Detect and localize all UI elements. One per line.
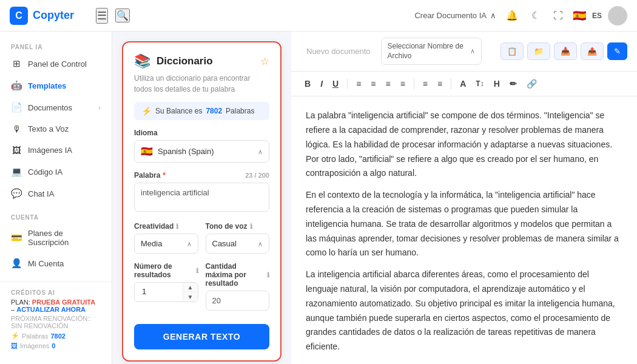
creatividad-info-icon[interactable]: ℹ (176, 223, 178, 231)
editor-action-btn-5[interactable]: ✎ (607, 42, 627, 60)
format-align-center[interactable]: ≡ (367, 76, 379, 91)
sidebar: PANEL IA ⊞ Panel de Control 🤖 Templates … (0, 32, 112, 364)
num-resultados-label: Número de resultados (134, 262, 194, 279)
tono-select[interactable]: Casual ∧ (206, 234, 270, 254)
file-name-label: Seleccionar Nombre de Archivo (388, 42, 467, 61)
editor-action-btn-4[interactable]: 📤 (581, 42, 604, 60)
idioma-group: Idioma 🇪🇸 Spanish (Spain) ∧ (134, 129, 269, 163)
num-resultados-down[interactable]: ▼ (183, 292, 198, 302)
format-list-unordered[interactable]: ≡ (434, 76, 446, 91)
editor-content-area[interactable]: La palabra "inteligencia artificial" se … (291, 96, 637, 364)
tono-label-row: Tono de voz ℹ (206, 222, 270, 231)
sidebar-item-codigo-ia[interactable]: 💻 Código IA (0, 161, 112, 183)
tono-info-icon[interactable]: ℹ (250, 223, 252, 231)
dark-mode-button[interactable]: ☾ (528, 7, 544, 24)
card-title: Diccionario (157, 55, 254, 67)
format-heading[interactable]: H (490, 76, 504, 91)
idioma-select[interactable]: 🇪🇸 Spanish (Spain) ∧ (134, 140, 269, 163)
hamburger-menu-button[interactable]: ☰ (96, 8, 108, 24)
generate-button[interactable]: GENERAR TEXTO (134, 324, 269, 349)
format-italic[interactable]: I (317, 76, 326, 91)
balance-unit: Palabras (226, 107, 254, 115)
format-justify[interactable]: ≡ (397, 76, 409, 91)
user-avatar[interactable] (608, 6, 627, 25)
cantidad-group: Cantidad máxima por resultado ℹ (206, 262, 270, 311)
balance-bar: ⚡ Su Balance es 7802 Palabras (134, 102, 269, 120)
palabras-icon: ⚡ (11, 332, 19, 340)
document-name[interactable]: Nuevo documento (301, 43, 376, 59)
cuenta-section-label: CUENTA (0, 209, 112, 223)
search-button[interactable]: 🔍 (115, 8, 130, 22)
plan-free-link[interactable]: PRUEBA GRATUITA (32, 298, 95, 306)
card-star-button[interactable]: ☆ (260, 55, 269, 68)
creatividad-label-row: Creatividad ℹ (134, 222, 198, 231)
editor-paragraph-4: En resumen, la inteligencia artificial e… (306, 362, 622, 364)
num-resultados-arrows: ▲ ▼ (183, 283, 198, 302)
format-link[interactable]: 🔗 (523, 76, 541, 91)
editor-action-btn-2[interactable]: 📁 (527, 42, 550, 60)
sidebar-item-imagenes-ia[interactable]: 🖼 Imágenes IA (0, 140, 112, 161)
format-underline[interactable]: U (329, 76, 342, 91)
renovacion-value: SIN RENOVACIÓN (11, 322, 69, 329)
sidebar-label-chat-ia: Chat IA (28, 189, 54, 198)
editor-action-btn-3[interactable]: 📥 (554, 42, 577, 60)
format-bold[interactable]: B (301, 76, 314, 91)
format-list-ordered[interactable]: ≡ (419, 76, 431, 91)
num-resultados-label-row: Número de resultados ℹ (134, 262, 198, 279)
editor-paragraph-1: La palabra "inteligencia artificial" se … (306, 109, 622, 181)
sidebar-item-mi-cuenta[interactable]: 👤 Mi Cuenta (0, 252, 112, 274)
sidebar-label-mi-cuenta: Mi Cuenta (28, 259, 64, 268)
creditos-label: CRÉDITOS AI (11, 289, 101, 298)
sidebar-item-planes[interactable]: 💳 Planes de Suscripción (0, 223, 112, 252)
app-name: Copyter (33, 9, 74, 22)
format-align-left[interactable]: ≡ (352, 76, 365, 91)
plan-upgrade-link[interactable]: ACTUALIZAR AHORA (16, 306, 86, 313)
creatividad-select[interactable]: Media ∧ (134, 234, 198, 254)
cantidad-info-icon[interactable]: ℹ (267, 271, 269, 279)
format-pen[interactable]: ✏ (506, 76, 521, 91)
cantidad-label-row: Cantidad máxima por resultado ℹ (206, 262, 270, 288)
imagenes-value: 0 (52, 342, 55, 349)
fmt-sep-3 (451, 78, 451, 89)
navbar: C Copyter ☰ 🔍 Crear Documento IA ∧ 🔔 ☾ ⛶… (0, 0, 637, 32)
sidebar-item-templates[interactable]: 🤖 Templates (0, 75, 112, 96)
tool-panel: 📚 Diccionario ☆ Utiliza un diccionario p… (112, 32, 291, 364)
sidebar-item-documentos[interactable]: 📄 Documentos › (0, 96, 112, 118)
format-color[interactable]: A (456, 76, 470, 91)
language-label: ES (592, 12, 602, 20)
palabras-credit-row: ⚡ Palabras 7802 (11, 332, 101, 340)
navbar-center: Crear Documento IA ∧ 🔔 ☾ ⛶ 🇪🇸 ES (137, 6, 627, 25)
fullscreen-button[interactable]: ⛶ (550, 8, 567, 24)
editor-paragraph-3: La inteligencia artificial abarca difere… (306, 268, 622, 354)
planes-icon: 💳 (11, 232, 22, 243)
file-name-select[interactable]: Seleccionar Nombre de Archivo ∧ (381, 38, 482, 65)
balance-bolt-icon: ⚡ (141, 106, 152, 116)
sidebar-label-planes: Planes de Suscripción (28, 229, 101, 247)
format-align-right[interactable]: ≡ (382, 76, 394, 91)
sidebar-item-chat-ia[interactable]: 💬 Chat IA (0, 183, 112, 204)
sidebar-item-texto-voz[interactable]: 🎙 Texto a Voz (0, 118, 112, 140)
sidebar-label-texto-voz: Texto a Voz (28, 124, 69, 133)
tono-caret: ∧ (258, 240, 263, 248)
num-resultados-info-icon[interactable]: ℹ (196, 267, 198, 275)
cantidad-input[interactable] (206, 291, 270, 311)
renovacion-line: PRÓXIMA RENOVACIÓN:: SIN RENOVACIÓN (11, 315, 101, 329)
documentos-arrow: › (98, 104, 101, 111)
logo-box: C (10, 7, 28, 25)
editor-toolbar-top: Nuevo documento Seleccionar Nombre de Ar… (291, 32, 637, 72)
panel-ia-section-label: PANEL IA (0, 39, 112, 53)
sidebar-item-panel-control[interactable]: ⊞ Panel de Control (0, 53, 112, 75)
documentos-icon: 📄 (11, 102, 22, 113)
palabra-textarea[interactable]: inteligencia artificial (134, 183, 269, 212)
idioma-label: Idioma (134, 129, 269, 137)
renovacion-label: PRÓXIMA RENOVACIÓN: (11, 315, 89, 322)
crear-documento-button[interactable]: Crear Documento IA ∧ (414, 11, 496, 20)
format-line-height[interactable]: T↕ (472, 77, 487, 90)
imagenes-label: Imágenes (20, 342, 49, 349)
notification-button[interactable]: 🔔 (502, 7, 522, 24)
num-resultados-up[interactable]: ▲ (183, 283, 198, 292)
mi-cuenta-icon: 👤 (11, 258, 22, 269)
imagenes-credit-row: 🖼 Imágenes 0 (11, 342, 101, 349)
texto-voz-icon: 🎙 (11, 124, 22, 134)
editor-action-btn-1[interactable]: 📋 (500, 42, 524, 60)
